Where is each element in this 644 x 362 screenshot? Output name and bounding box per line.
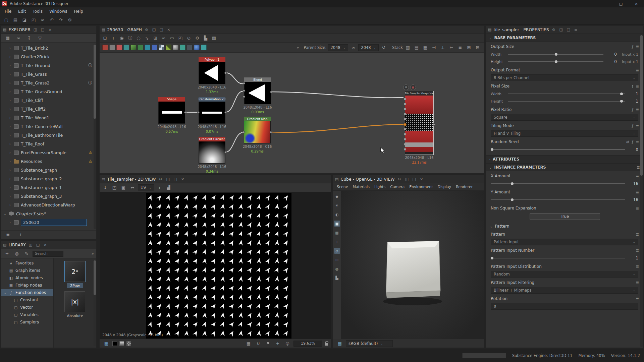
colorspace-icon[interactable]: ▦ (336, 340, 343, 347)
menu-item[interactable]: Camera (388, 184, 407, 190)
tree-row[interactable]: › T_Tile_GrassGround (1, 87, 96, 96)
menu-item[interactable]: File (1, 8, 15, 15)
undock-icon[interactable]: ◫ (558, 27, 564, 33)
levels-chip[interactable] (123, 45, 129, 50)
param-menu-icon[interactable]: ≣ (636, 124, 639, 128)
slider-knob[interactable] (511, 182, 514, 185)
section-base-parameters[interactable]: ⌄ BASE PARAMETERS (486, 34, 643, 42)
expand-chevron-icon[interactable]: › (8, 160, 12, 163)
colorspace-select[interactable]: sRGB (default)⌄ (346, 340, 393, 347)
param-menu-icon[interactable]: ≣ (636, 232, 639, 237)
clipboard-icon[interactable]: ▤ (12, 16, 19, 24)
more-icon[interactable]: » (92, 251, 94, 256)
open-folder-icon[interactable]: ◪ (21, 16, 28, 24)
tree-row[interactable]: › Substance_graph_3 (1, 192, 96, 200)
tree-row[interactable]: › Substance_graph_2 (1, 174, 96, 183)
redo-icon[interactable]: ↷ (57, 16, 64, 24)
expand-chevron-icon[interactable]: › (8, 46, 12, 50)
filter-icon[interactable]: ▽ (36, 35, 44, 42)
section-menu-icon[interactable]: ≣ (637, 165, 640, 170)
close-icon[interactable]: × (47, 27, 53, 33)
pixel-width-value[interactable]: 1 (628, 92, 638, 96)
menu-item[interactable]: Help (70, 8, 86, 15)
align-center-icon[interactable]: ⊥ (439, 44, 446, 51)
link-size-icon[interactable]: ∞ (350, 44, 357, 51)
distribute-icon[interactable]: ≡ (457, 44, 464, 51)
copy-icon[interactable]: ▣ (120, 184, 127, 191)
pattern-input-filtering-select[interactable]: Bilinear + Mipmaps ⌄ (491, 287, 638, 294)
teal-chip[interactable] (201, 45, 207, 50)
uv-mode-select[interactable]: UV⌄ (138, 184, 154, 191)
reset-size-icon[interactable]: ↺ (380, 44, 387, 51)
info-icon[interactable]: i (16, 231, 24, 239)
expose-icon[interactable]: ƒ (632, 108, 633, 112)
expand-chevron-icon[interactable]: › (8, 133, 12, 137)
menu-item[interactable]: Lights (372, 184, 388, 190)
comment-icon[interactable]: ▭ (168, 35, 176, 42)
library-category[interactable]: ▢ Constant (1, 296, 53, 304)
param-menu-icon[interactable]: ≣ (636, 68, 639, 72)
output-port[interactable] (224, 72, 227, 74)
settings-icon[interactable]: ⚙ (66, 16, 73, 24)
menu-item[interactable]: Edit (15, 8, 29, 15)
library-search-input[interactable] (33, 251, 63, 257)
save-icon[interactable]: ◰ (111, 184, 118, 191)
library-category[interactable]: ★ Favorites (1, 259, 53, 267)
expand-chevron-icon[interactable]: › (8, 177, 12, 181)
dark-chip[interactable] (187, 45, 193, 50)
tree-row[interactable]: › Substance_graph (1, 166, 96, 174)
tree-row[interactable]: › Gbuffer2Brick (1, 52, 96, 61)
normal-chip[interactable] (180, 45, 185, 50)
scene-icon[interactable]: ◆ (334, 193, 340, 199)
slider-knob[interactable] (620, 100, 623, 103)
info-icon[interactable]: ⓘ (126, 35, 134, 42)
maximize-button[interactable]: □ (613, 0, 629, 7)
tree-row[interactable]: › T_Tile_Ground (1, 61, 96, 70)
tree-row[interactable]: › T_Tile_ConcreteWall (1, 122, 96, 131)
pixel-width-slider[interactable] (508, 92, 625, 96)
tree-row[interactable]: › T_Tile_Grass2 (1, 78, 96, 87)
resize-icon[interactable]: ↘ (143, 35, 151, 42)
stack-free-icon[interactable]: ▦ (422, 44, 429, 51)
cube-icon[interactable]: ◇ (334, 248, 340, 254)
output-port[interactable] (224, 151, 227, 154)
list-icon[interactable]: ≣ (4, 231, 12, 239)
tree-row[interactable]: › T_Tile_BathroomTile (1, 131, 96, 139)
maximize-icon[interactable]: □ (173, 177, 178, 182)
expand-chevron-icon[interactable]: › (8, 168, 12, 172)
library-category[interactable]: ▢ Variables (1, 311, 53, 318)
zoom-level-input[interactable]: 19.63% (293, 341, 322, 347)
library-category[interactable]: ▦ FxMap nodes (1, 282, 53, 289)
param-menu-icon[interactable]: ≣ (636, 264, 639, 269)
param-menu-icon[interactable]: ≣ (636, 297, 639, 301)
recenter-icon[interactable]: + (274, 340, 281, 347)
grid-icon[interactable]: ▦ (210, 35, 218, 42)
expose-icon[interactable]: ƒ (632, 140, 633, 144)
random-seed-slider[interactable] (491, 147, 625, 152)
expand-chevron-icon[interactable]: › (8, 81, 12, 85)
tree-row[interactable]: › T_Tile_Cliff2 (1, 105, 96, 113)
blur-chip[interactable] (116, 45, 122, 50)
library-category[interactable]: ▢ Samplers (1, 318, 53, 326)
maximize-icon[interactable]: □ (40, 27, 45, 33)
gradient-chip[interactable] (130, 45, 136, 50)
menu-item[interactable]: Materials (351, 184, 372, 190)
transform-icon[interactable]: ↔ (129, 184, 136, 191)
pixel-height-value[interactable]: 1 (628, 99, 638, 104)
library-category[interactable]: ⌄ ƒ Function nodes (1, 289, 53, 296)
param-menu-icon[interactable]: ≣ (636, 206, 639, 210)
menu-item[interactable]: Tools (29, 8, 46, 15)
histogram-icon[interactable]: ▟ (165, 184, 172, 191)
view-3d-canvas[interactable] (341, 191, 484, 339)
menu-item[interactable]: Scene (334, 184, 351, 190)
tiling-icon[interactable]: ▦ (245, 340, 252, 347)
uv-icon[interactable]: ⊞ (334, 257, 340, 263)
undock-icon[interactable]: ◫ (151, 27, 157, 33)
save-icon[interactable]: ◰ (30, 16, 37, 24)
snap-icon[interactable]: ⊞ (152, 35, 159, 42)
maximize-icon[interactable]: □ (159, 27, 164, 33)
undock-icon[interactable]: ◫ (33, 27, 38, 33)
param-menu-icon[interactable]: ≣ (636, 281, 639, 285)
background-icon[interactable]: ▦ (103, 340, 110, 347)
pin-icon[interactable]: ⊙ (158, 177, 163, 182)
